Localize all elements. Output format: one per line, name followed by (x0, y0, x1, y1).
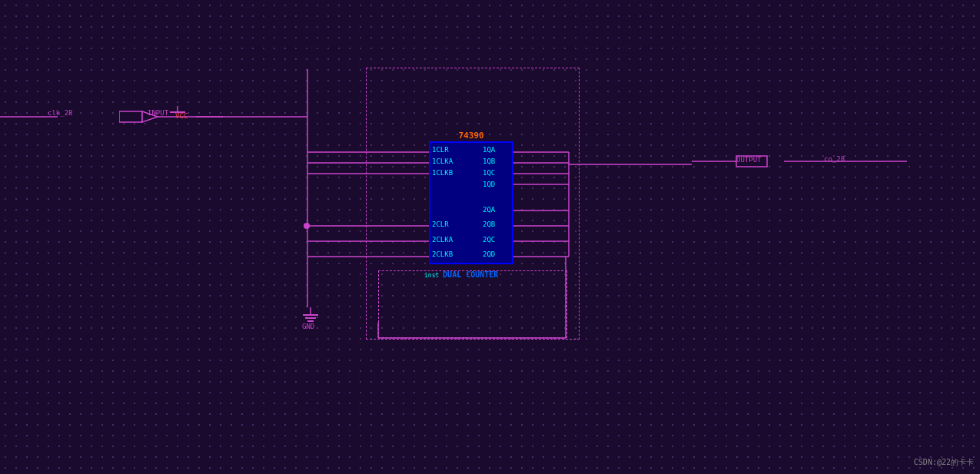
input-port-label: INPUT (148, 109, 168, 117)
gnd-label: GND (302, 323, 314, 330)
pin-1clkb-label: 1CLKB (432, 169, 453, 177)
output-signal-label: co_28 (824, 155, 845, 163)
pin-2qa-label: 2QA (483, 206, 495, 214)
pin-1qc-label: 1QC (483, 169, 495, 177)
pin-1clr-label: 1CLR (432, 146, 449, 154)
output-port-label: OUTPUT (736, 156, 762, 164)
inner-boundary-box (378, 270, 567, 338)
wire-junction (304, 223, 310, 229)
pin-1qd-label: 1QD (483, 181, 495, 188)
ic-part-number: 74390 (429, 131, 513, 141)
pin-2clka-label: 2CLKA (432, 236, 453, 244)
pin-2qd-label: 2QD (483, 250, 495, 258)
pin-1qb-label: 1QB (483, 157, 495, 165)
svg-rect-30 (119, 111, 142, 122)
watermark: CSDN:@22的卡卡 (914, 457, 974, 468)
pin-1qa-label: 1QA (483, 146, 495, 154)
ic-function-label: inst DUAL COUNTER (424, 270, 498, 279)
input-signal-label: clk_28 (48, 109, 73, 117)
pin-2qb-label: 2QB (483, 220, 495, 228)
vcc-label: VCC (175, 112, 188, 120)
pin-2clkb-label: 2CLKB (432, 250, 453, 258)
pin-2clr-label: 2CLR (432, 220, 449, 228)
pin-1clka-label: 1CLKA (432, 157, 453, 165)
pin-2qc-label: 2QC (483, 236, 495, 244)
